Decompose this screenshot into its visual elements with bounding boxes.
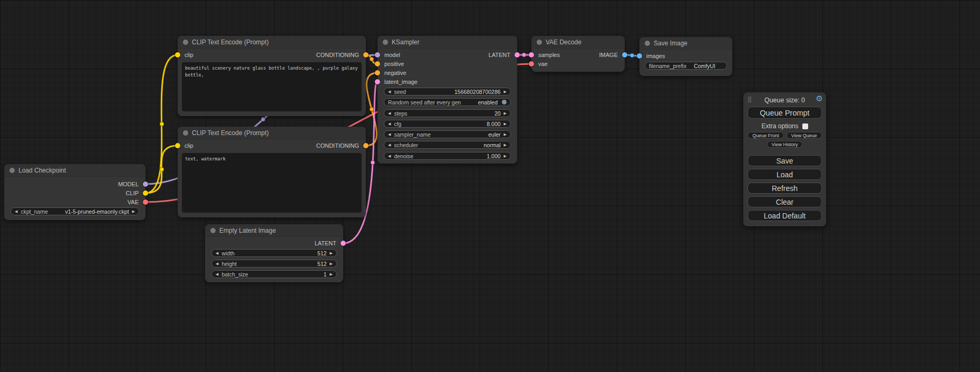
extra-options-checkbox[interactable] [802,123,808,129]
node-title: VAE Decode [546,39,581,46]
collapse-dot[interactable] [645,41,650,46]
arrow-right-icon[interactable]: ▶ [504,131,507,138]
node-clip-text-encode-positive[interactable]: CLIP Text Encode (Prompt) clip CONDITION… [178,36,366,116]
input-label-samples: samples [538,52,560,58]
widget-steps[interactable]: ◀ steps 20 ▶ [384,109,511,117]
save-button[interactable]: Save [748,155,822,166]
view-history-button[interactable]: View History [767,141,803,148]
queue-small-buttons: Queue Front View Queue [748,132,822,139]
queue-menu-panel[interactable]: ⣿ Queue size: 0 ⚙ Queue Prompt Extra opt… [743,92,826,226]
node-title: Empty Latent Image [219,227,276,234]
queue-front-button[interactable]: Queue Front [748,132,784,139]
arrow-right-icon[interactable]: ▶ [504,120,507,127]
widget-batch-size[interactable]: ◀ batch_size 1 ▶ [211,270,337,278]
node-title-bar[interactable]: Empty Latent Image [205,224,343,237]
input-label-clip: clip [185,52,193,58]
slot-row: latent_image [377,78,517,86]
input-slot-latent-image[interactable] [375,79,380,84]
input-slot-clip[interactable] [175,52,180,58]
queue-prompt-button[interactable]: Queue Prompt [748,107,822,119]
wire-midpoint-latent-in [371,160,375,165]
arrow-right-icon[interactable]: ▶ [504,141,507,148]
widget-cfg[interactable]: ◀ cfg 8.000 ▶ [384,120,511,128]
node-title-bar[interactable]: CLIP Text Encode (Prompt) [178,127,366,139]
widget-scheduler[interactable]: ◀ scheduler normal ▶ [384,141,511,149]
output-slot-clip[interactable] [143,190,148,196]
load-button[interactable]: Load [748,169,822,180]
output-slot-latent[interactable] [341,241,346,246]
input-slot-positive[interactable] [375,61,380,66]
arrow-left-icon[interactable]: ◀ [388,88,391,95]
output-slot-conditioning[interactable] [363,143,368,148]
output-slot-vae[interactable] [143,199,148,205]
output-slot-model[interactable] [143,182,148,187]
widget-ckpt-name[interactable]: ◀ ckpt_name v1-5-pruned-emaonly.ckpt ▶ [11,207,139,215]
input-slot-negative[interactable] [375,70,380,75]
node-vae-decode[interactable]: VAE Decode samples IMAGE vae [531,36,625,72]
node-title-bar[interactable]: VAE Decode [531,36,625,49]
prompt-textarea[interactable]: text, watermark [182,153,362,213]
node-empty-latent-image[interactable]: Empty Latent Image LATENT ◀ width 512 ▶ … [205,224,343,282]
widget-width[interactable]: ◀ width 512 ▶ [211,249,337,257]
arrow-left-icon[interactable]: ◀ [388,141,391,148]
prompt-textarea[interactable]: beautiful scenery nature glass bottle la… [182,62,362,111]
widget-label: steps [394,110,407,117]
arrow-left-icon[interactable]: ◀ [216,250,218,256]
node-title-bar[interactable]: Save Image [639,37,732,50]
arrow-right-icon[interactable]: ▶ [504,110,507,117]
output-slot-latent[interactable] [515,52,520,58]
node-graph-canvas[interactable]: Load Checkpoint MODEL CLIP VAE ◀ ckpt_na… [0,0,980,372]
wire-midpoint-model [261,117,265,121]
widget-height[interactable]: ◀ height 512 ▶ [211,260,337,268]
widget-value: normal [484,142,501,148]
arrow-left-icon[interactable]: ◀ [388,120,391,127]
input-slot-samples[interactable] [529,52,534,58]
arrow-left-icon[interactable]: ◀ [216,260,218,267]
arrow-right-icon[interactable]: ▶ [504,152,507,159]
node-clip-text-encode-negative[interactable]: CLIP Text Encode (Prompt) clip CONDITION… [178,127,366,217]
node-title-bar[interactable]: CLIP Text Encode (Prompt) [178,36,366,49]
arrow-right-icon[interactable]: ▶ [330,250,333,256]
arrow-left-icon[interactable]: ◀ [216,271,218,278]
widget-sampler-name[interactable]: ◀ sampler_name euler ▶ [384,130,511,138]
collapse-dot[interactable] [537,40,542,45]
widget-filename-prefix[interactable]: filename_prefix ComfyUI [645,62,727,70]
collapse-dot[interactable] [183,40,188,45]
widget-value: euler [488,131,500,138]
arrow-left-icon[interactable]: ◀ [388,131,391,138]
arrow-right-icon[interactable]: ▶ [504,88,507,95]
input-slot-model[interactable] [375,52,380,58]
node-load-checkpoint[interactable]: Load Checkpoint MODEL CLIP VAE ◀ ckpt_na… [4,164,145,220]
slot-row: MODEL [4,180,145,188]
input-slot-vae[interactable] [529,61,534,66]
node-ksampler[interactable]: KSampler model LATENT positive negative … [377,36,517,164]
drag-handle-icon[interactable]: ⣿ [748,96,752,103]
collapse-dot[interactable] [210,228,216,233]
view-queue-button[interactable]: View Queue [787,132,822,139]
input-slot-images[interactable] [637,53,642,59]
arrow-left-icon[interactable]: ◀ [388,152,391,159]
collapse-dot[interactable] [183,130,188,136]
input-slot-clip[interactable] [175,143,180,148]
toggle-dot[interactable] [502,100,507,104]
node-title-bar[interactable]: KSampler [377,36,517,49]
arrow-right-icon[interactable]: ▶ [132,208,135,215]
widget-random-seed-toggle[interactable]: Random seed after every gen enabled [384,98,511,106]
arrow-right-icon[interactable]: ▶ [330,260,333,267]
arrow-right-icon[interactable]: ▶ [330,271,333,278]
node-title: CLIP Text Encode (Prompt) [192,39,269,46]
node-save-image[interactable]: Save Image images filename_prefix ComfyU… [639,37,732,76]
arrow-left-icon[interactable]: ◀ [388,110,391,117]
collapse-dot[interactable] [9,168,15,173]
refresh-button[interactable]: Refresh [748,183,822,194]
output-slot-image[interactable] [622,52,627,58]
load-default-button[interactable]: Load Default [748,210,822,221]
collapse-dot[interactable] [383,40,388,45]
widget-denoise[interactable]: ◀ denoise 1.000 ▶ [384,152,511,160]
settings-gear-icon[interactable]: ⚙ [816,94,823,102]
clear-button[interactable]: Clear [748,196,822,207]
arrow-left-icon[interactable]: ◀ [15,208,17,215]
node-title-bar[interactable]: Load Checkpoint [4,164,145,177]
widget-seed[interactable]: ◀ seed 156680208700286 ▶ [384,88,511,96]
output-slot-conditioning[interactable] [363,52,368,58]
